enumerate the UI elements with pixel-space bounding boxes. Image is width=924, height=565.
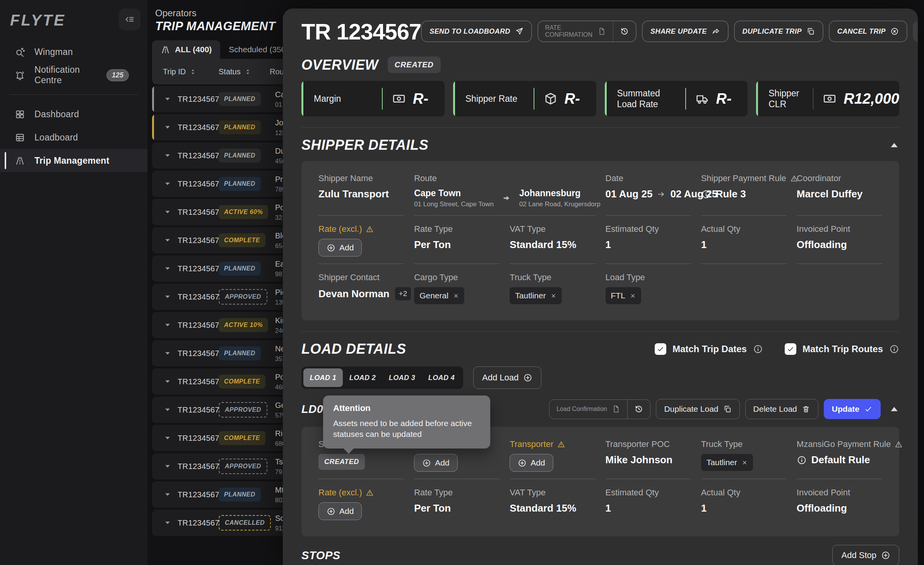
sidebar-item-dashboard[interactable]: Dashboard — [0, 103, 147, 126]
field-rate-excl-: Rate (excl.)Add — [318, 224, 404, 264]
info-icon[interactable] — [753, 344, 763, 354]
status-cell: PLANNED — [215, 346, 273, 360]
row-accent-bar — [152, 86, 154, 112]
trip-id: TR1234567 — [178, 490, 215, 499]
chevron-down-icon[interactable] — [164, 378, 171, 385]
duplicate-load-button[interactable]: Duplicate Load — [656, 399, 739, 419]
status-badge: PLANNED — [219, 488, 261, 502]
field-invoiced-point: Invoiced PointOffloading — [797, 224, 882, 264]
card-label: Margin — [314, 93, 373, 104]
tab-all-400-[interactable]: ALL (400) — [152, 40, 220, 59]
sidebar-collapse-button[interactable] — [119, 9, 140, 30]
chip-tautliner[interactable]: Tautliner — [510, 287, 561, 304]
field-value: Standard 15% — [510, 239, 595, 251]
chevron-down-icon[interactable] — [164, 208, 171, 216]
overview-card-margin: MarginR- — [301, 81, 445, 116]
trip-id: TR1234567 — [178, 406, 215, 414]
x-icon[interactable] — [742, 460, 748, 466]
chevron-down-icon[interactable] — [164, 236, 171, 244]
share-update-button[interactable]: SHARE UPDATE — [642, 21, 728, 42]
status-badge: PLANNED — [219, 177, 261, 191]
tab-load-3[interactable]: LOAD 3 — [382, 368, 422, 387]
field-route: RouteCape Town01 Long Street, Cape TownJ… — [414, 173, 595, 216]
field-label: Truck Type — [510, 272, 595, 282]
add-button[interactable]: Add — [510, 454, 553, 472]
column-header-status[interactable]: Status — [219, 67, 270, 76]
chip-ftl[interactable]: FTL — [606, 287, 641, 304]
status-badge: PLANNED — [219, 120, 261, 134]
chevron-down-icon[interactable] — [164, 491, 171, 498]
chevron-down-icon[interactable] — [164, 349, 171, 357]
collapse-load-icon[interactable] — [889, 404, 899, 414]
add-load-button[interactable]: Add Load — [473, 366, 541, 389]
chevron-down-icon[interactable] — [164, 293, 171, 301]
review-approve-button[interactable]: REVIEW & APPROVE — [913, 21, 918, 42]
tab-load-4[interactable]: LOAD 4 — [422, 368, 461, 387]
info-icon[interactable] — [889, 344, 899, 354]
add-button[interactable]: Add — [318, 239, 362, 257]
delete-load-button[interactable]: Delete Load — [745, 399, 818, 419]
checkbox-match-trip-dates[interactable]: Match Trip Dates — [655, 343, 763, 355]
chevron-down-icon[interactable] — [164, 95, 171, 103]
sidebar-nav: Wingman Notification Centre 125 Dashboar… — [0, 40, 147, 172]
x-icon[interactable] — [551, 293, 556, 299]
load-confirmation-button[interactable]: Load Confirmation — [549, 400, 627, 419]
status-cell: CANCELLED — [215, 515, 273, 531]
trip-id: TR1234567 — [178, 208, 215, 217]
checkbox[interactable] — [655, 343, 666, 355]
update-button[interactable]: Update — [824, 399, 881, 419]
chevron-down-icon[interactable] — [164, 265, 171, 272]
chevron-down-icon[interactable] — [164, 321, 171, 329]
checkbox-match-trip-routes[interactable]: Match Trip Routes — [785, 343, 899, 355]
rate-confirmation-button[interactable]: RATE CONFIRMATION — [538, 21, 613, 41]
chevron-down-icon[interactable] — [164, 152, 171, 159]
history-button[interactable] — [613, 21, 636, 41]
info-icon[interactable] — [701, 189, 711, 199]
tab-load-2[interactable]: LOAD 2 — [343, 368, 382, 387]
sidebar-item-wingman[interactable]: Wingman — [0, 40, 147, 63]
overview-card-shipper-clr: Shipper CLRR12,000 — [756, 81, 899, 116]
chevron-down-icon[interactable] — [164, 519, 171, 527]
history-button[interactable] — [628, 400, 650, 419]
sidebar-item-loadboard[interactable]: Loadboard — [0, 126, 147, 149]
chevron-down-icon[interactable] — [164, 123, 171, 131]
status-badge: PLANNED — [219, 346, 261, 360]
column-header-trip-id[interactable]: Trip ID — [163, 67, 219, 76]
chip-tautliner[interactable]: Tautliner — [701, 454, 753, 471]
info-icon[interactable] — [797, 455, 807, 465]
chip-general[interactable]: General — [414, 287, 464, 304]
extra-contacts-chip[interactable]: +2 — [395, 287, 411, 300]
field-vat-type: VAT TypeStandard 15% — [510, 224, 595, 264]
checkbox[interactable] — [785, 343, 796, 355]
sidebar-item-notification-centre[interactable]: Notification Centre 125 — [0, 63, 147, 87]
sidebar-item-trip-management[interactable]: Trip Management — [0, 149, 147, 172]
add-stop-button[interactable]: Add Stop — [832, 545, 899, 565]
trash-icon — [802, 405, 810, 413]
status-badge: PLANNED — [219, 149, 261, 163]
field-load-type: Load TypeFTL — [606, 272, 691, 311]
trip-id: TR1234567 — [178, 462, 215, 471]
trip-id: TR1234567 — [178, 151, 215, 160]
x-icon[interactable] — [630, 293, 636, 299]
section-divider — [301, 331, 899, 332]
chevron-down-icon[interactable] — [164, 180, 171, 188]
field-estimated-qty: Estimated Qty1 — [606, 224, 691, 264]
add-button[interactable]: Add — [414, 454, 457, 472]
chevron-down-icon[interactable] — [164, 434, 171, 442]
add-button[interactable]: Add — [318, 502, 362, 520]
field-truck-type: Truck TypeTautliner — [510, 272, 595, 311]
status-badge: COMPLETE — [219, 375, 265, 389]
cancel-trip-button[interactable]: CANCEL TRIP — [829, 21, 907, 42]
chevron-down-icon[interactable] — [164, 462, 171, 470]
shipper-details-heading: SHIPPER DETAILS — [301, 137, 428, 153]
tab-load-1[interactable]: LOAD 1 — [303, 368, 343, 387]
send-to-loadboard-button[interactable]: SEND TO LOADBOARD — [421, 21, 532, 42]
x-icon[interactable] — [453, 293, 459, 299]
divider — [685, 88, 686, 110]
chevron-down-icon[interactable] — [164, 406, 171, 414]
duplicate-trip-button[interactable]: DUPLICATE TRIP — [734, 21, 823, 42]
overview-card-summated-load-rate: Summated Load RateR- — [605, 81, 748, 116]
field-label: Date — [606, 173, 691, 183]
tab-label: ALL (400) — [175, 45, 212, 54]
collapse-section-icon[interactable] — [889, 140, 899, 150]
